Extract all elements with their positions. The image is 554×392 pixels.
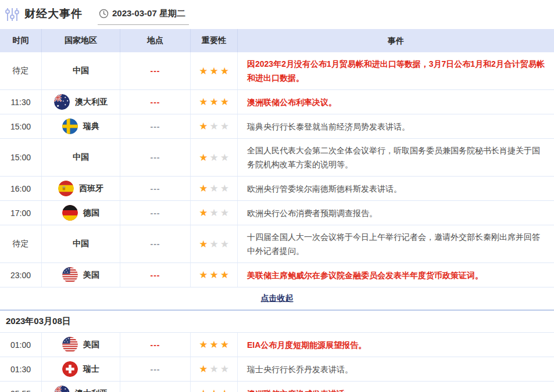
star-filled-icon: ★ — [199, 389, 208, 392]
star-filled-icon: ★ — [209, 340, 218, 350]
location-placeholder: --- — [151, 153, 160, 162]
importance-stars: ★★★ — [191, 357, 238, 381]
star-filled-icon: ★ — [220, 97, 229, 107]
event-description: EIA公布月度短期能源展望报告。 — [238, 333, 554, 357]
date-section-header: 2023年03月08日 — [0, 311, 554, 333]
star-empty-icon: ★ — [220, 208, 229, 218]
event-row: 15:00中国---★★★全国人民代表大会第二次全体会议举行，听取国务委员兼国务… — [0, 139, 554, 177]
event-description: 瑞典央行行长泰登就当前经济局势发表讲话。 — [238, 114, 554, 138]
event-time: 01:30 — [0, 357, 42, 381]
location-placeholder: --- — [151, 389, 160, 392]
importance-stars: ★★★ — [191, 114, 238, 138]
star-filled-icon: ★ — [199, 340, 208, 350]
event-description: 瑞士央行行长乔丹发表讲话。 — [238, 357, 554, 381]
star-filled-icon: ★ — [199, 97, 208, 107]
event-description: 十四届全国人大一次会议将于今日上午举行记者会，邀请外交部长秦刚出席并回答中外记者… — [238, 225, 554, 262]
event-country: 美国 — [42, 333, 120, 357]
star-filled-icon: ★ — [199, 121, 208, 131]
star-filled-icon: ★ — [209, 270, 218, 280]
events-section-today: 待定中国---★★★因2023年2月没有公布1月贸易帐和进出口等数据，3月7日公… — [0, 52, 554, 287]
importance-stars: ★★★ — [191, 225, 238, 262]
event-location: --- — [120, 177, 191, 200]
event-time: 17:00 — [0, 201, 42, 225]
date-tab[interactable]: 2023-03-07 星期二 — [98, 6, 189, 25]
column-header-event: 事件 — [238, 29, 554, 52]
star-filled-icon: ★ — [199, 66, 208, 76]
switzerland-flag-icon — [62, 361, 83, 377]
star-filled-icon: ★ — [220, 270, 229, 280]
event-description: 美联储主席鲍威尔在参议院金融委员会发表半年度货币政策证词。 — [238, 263, 554, 287]
collapse-row: 点击收起 — [0, 287, 554, 311]
germany-flag-icon — [62, 205, 83, 221]
event-row: 17:00德国---★★★欧洲央行公布消费者预期调查报告。 — [0, 201, 554, 225]
column-header-importance: 重要性 — [191, 29, 238, 52]
date-tab-label: 2023-03-07 星期二 — [112, 8, 185, 19]
usa-flag-icon — [62, 267, 83, 283]
country-name: 德国 — [83, 208, 99, 218]
column-header-time: 时间 — [0, 29, 42, 52]
sweden-flag-icon — [62, 118, 83, 134]
event-country: 德国 — [42, 201, 120, 225]
event-location: --- — [120, 357, 191, 381]
country-name: 澳大利亚 — [75, 389, 108, 392]
event-row: 15:00瑞典---★★★瑞典央行行长泰登就当前经济局势发表讲话。 — [0, 114, 554, 139]
event-row: 05:55澳大利亚---★★★澳洲联储主席洛威发表讲话。 — [0, 382, 554, 392]
events-section-next-day: 01:00美国---★★★EIA公布月度短期能源展望报告。01:30瑞士---★… — [0, 333, 554, 392]
event-location: --- — [120, 90, 191, 114]
event-description: 欧洲央行管委埃尔南德斯德科斯发表讲话。 — [238, 177, 554, 200]
importance-stars: ★★★ — [191, 90, 238, 114]
events-table: 时间 国家地区 地点 重要性 事件 待定中国---★★★因2023年2月没有公布… — [0, 29, 554, 392]
event-row: 01:30瑞士---★★★瑞士央行行长乔丹发表讲话。 — [0, 357, 554, 382]
star-filled-icon: ★ — [199, 239, 208, 249]
star-filled-icon: ★ — [209, 97, 218, 107]
event-country: 瑞士 — [42, 357, 120, 381]
event-row: 16:00西班牙---★★★欧洲央行管委埃尔南德斯德科斯发表讲话。 — [0, 177, 554, 201]
importance-stars: ★★★ — [191, 382, 238, 392]
star-filled-icon: ★ — [209, 389, 218, 392]
page-title: 财经大事件 — [24, 6, 83, 22]
star-empty-icon: ★ — [220, 239, 229, 249]
star-empty-icon: ★ — [220, 364, 229, 374]
event-country: 中国 — [42, 225, 120, 262]
australia-flag-icon — [54, 94, 75, 110]
collapse-link[interactable]: 点击收起 — [261, 293, 294, 304]
country-name: 美国 — [83, 340, 99, 350]
event-time: 11:30 — [0, 90, 42, 114]
australia-flag-icon — [54, 386, 75, 392]
country-name: 中国 — [73, 66, 89, 76]
star-empty-icon: ★ — [209, 364, 218, 374]
usa-flag-icon — [62, 337, 83, 353]
event-description: 因2023年2月没有公布1月贸易帐和进出口等数据，3月7日公布1月和2月合计贸易… — [238, 52, 554, 89]
page-header: 财经大事件 2023-03-07 星期二 — [0, 0, 554, 29]
location-placeholder: --- — [151, 340, 160, 350]
location-placeholder: --- — [151, 98, 160, 107]
star-filled-icon: ★ — [220, 389, 229, 392]
star-empty-icon: ★ — [209, 208, 218, 218]
event-time: 15:00 — [0, 139, 42, 176]
event-time: 待定 — [0, 225, 42, 262]
importance-stars: ★★★ — [191, 333, 238, 357]
location-placeholder: --- — [151, 239, 160, 249]
star-empty-icon: ★ — [209, 184, 218, 193]
star-empty-icon: ★ — [220, 184, 229, 193]
star-empty-icon: ★ — [220, 153, 229, 163]
star-filled-icon: ★ — [220, 66, 229, 76]
star-filled-icon: ★ — [220, 340, 229, 350]
star-filled-icon: ★ — [209, 66, 218, 76]
event-row: 23:00美国---★★★美联储主席鲍威尔在参议院金融委员会发表半年度货币政策证… — [0, 263, 554, 287]
event-location: --- — [120, 139, 191, 176]
location-placeholder: --- — [151, 184, 160, 193]
event-country: 美国 — [42, 263, 120, 287]
economic-calendar-page: 财经大事件 2023-03-07 星期二 时间 国家地区 地点 重要性 事件 待… — [0, 0, 554, 392]
event-row: 11:30澳大利亚---★★★澳洲联储公布利率决议。 — [0, 90, 554, 114]
star-filled-icon: ★ — [199, 153, 208, 163]
country-name: 瑞士 — [83, 364, 99, 375]
location-placeholder: --- — [151, 365, 160, 374]
star-empty-icon: ★ — [209, 121, 218, 131]
event-time: 15:00 — [0, 114, 42, 138]
star-filled-icon: ★ — [199, 208, 208, 218]
event-location: --- — [120, 114, 191, 138]
location-placeholder: --- — [151, 66, 160, 75]
location-placeholder: --- — [151, 271, 160, 280]
importance-stars: ★★★ — [191, 201, 238, 225]
